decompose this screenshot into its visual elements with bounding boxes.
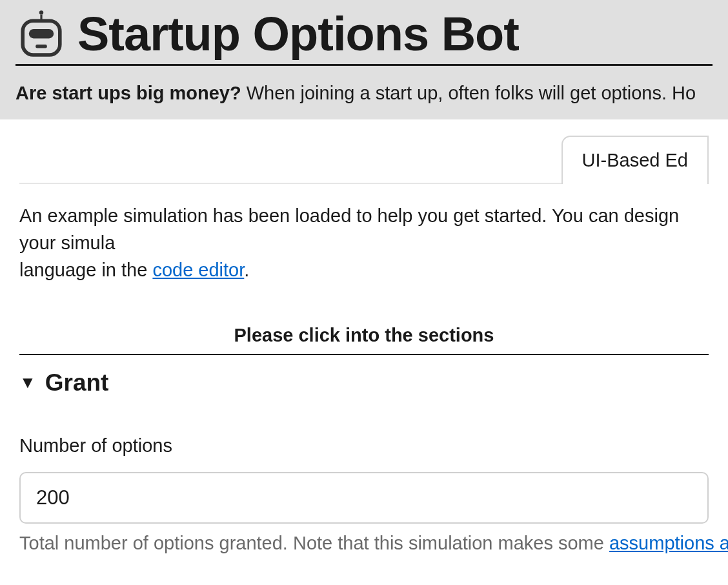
- disclosure-triangle-icon: ▼: [19, 373, 36, 393]
- section-grant-title: Grant: [45, 369, 109, 396]
- assumptions-link[interactable]: assumptions a: [609, 533, 728, 553]
- code-editor-link[interactable]: code editor: [152, 260, 244, 280]
- subtitle: Are start ups big money? When joining a …: [15, 66, 713, 107]
- num-options-help: Total number of options granted. Note th…: [19, 524, 709, 557]
- num-options-input[interactable]: [19, 472, 709, 524]
- page-title: Startup Options Bot: [77, 6, 519, 61]
- svg-rect-4: [35, 45, 47, 48]
- tab-ui-based-editor[interactable]: UI-Based Ed: [561, 136, 709, 184]
- num-options-help-text: Total number of options granted. Note th…: [19, 533, 609, 553]
- field-num-options: Number of options Total number of option…: [19, 396, 709, 557]
- intro-line1: An example simulation has been loaded to…: [19, 205, 679, 253]
- num-options-label: Number of options: [19, 435, 709, 457]
- intro-line2-suffix: .: [244, 260, 249, 280]
- subtitle-text: When joining a start up, often folks wil…: [241, 83, 696, 103]
- field-strike-price: Strike price: [19, 556, 709, 585]
- intro-text: An example simulation has been loaded to…: [19, 184, 709, 283]
- title-row: Startup Options Bot: [15, 6, 713, 66]
- subtitle-bold: Are start ups big money?: [15, 83, 241, 103]
- robot-icon: [15, 8, 67, 60]
- instruction-text: Please click into the sections: [19, 283, 709, 355]
- header: Startup Options Bot Are start ups big mo…: [0, 0, 728, 119]
- intro-line2-prefix: language in the: [19, 260, 152, 280]
- main-content: UI-Based Ed An example simulation has be…: [0, 119, 728, 585]
- section-grant-header[interactable]: ▼ Grant: [19, 355, 709, 396]
- svg-point-0: [39, 10, 43, 14]
- tabs: UI-Based Ed: [19, 136, 709, 184]
- svg-rect-3: [29, 29, 54, 38]
